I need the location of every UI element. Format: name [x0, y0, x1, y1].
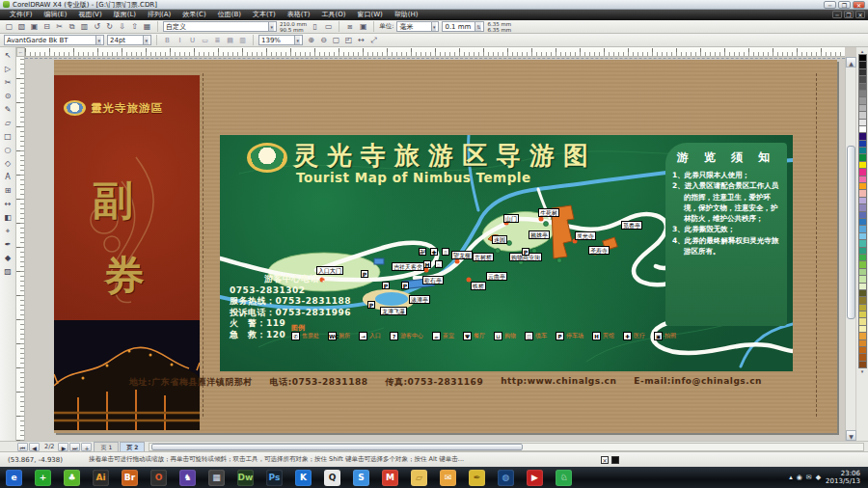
text-tool[interactable]: A: [2, 171, 14, 183]
freehand-tool[interactable]: ✎: [2, 103, 14, 116]
taskbar-app-sogou[interactable]: S: [353, 470, 369, 486]
paper-size-combo[interactable]: 自定义▾: [163, 21, 277, 32]
horizontal-scroll-thumb[interactable]: [151, 444, 523, 450]
ellipse-tool[interactable]: ○: [2, 144, 14, 156]
taskbar-app-qq[interactable]: Q: [324, 470, 340, 486]
eyedropper-tool[interactable]: ⌖: [2, 225, 14, 237]
doc-close-button[interactable]: ✕: [855, 11, 865, 18]
taskbar-app-m[interactable]: M: [382, 470, 398, 486]
taskbar-app-photoshop[interactable]: Ps: [266, 470, 283, 486]
taskbar-app-kugou[interactable]: K: [295, 470, 312, 486]
menu-item[interactable]: 表格(T): [282, 10, 316, 20]
zoom-page-button[interactable]: ◰: [343, 35, 354, 45]
copy-button[interactable]: ⧉: [67, 21, 77, 32]
page-dimensions[interactable]: 210.0 mm 90.5 mm: [280, 21, 307, 33]
palette-scroll-down-icon[interactable]: ▾: [858, 368, 867, 375]
horizontal-scrollbar[interactable]: [149, 443, 864, 451]
export-button[interactable]: ⇧: [129, 21, 140, 32]
font-name-combo[interactable]: AvantGarde Bk BT▾: [4, 35, 104, 45]
menu-item[interactable]: 位图(B): [212, 10, 247, 20]
taskbar-app-window[interactable]: ▦: [208, 470, 225, 486]
vertical-ruler[interactable]: [16, 57, 25, 441]
single-page-view-button[interactable]: ▤: [225, 35, 235, 45]
vertical-scrollbar[interactable]: ▲ ▼: [845, 57, 855, 441]
undo-button[interactable]: ↺: [92, 21, 102, 32]
page-tab[interactable]: 页 2: [120, 442, 145, 451]
facing-page-view-button[interactable]: ▥: [237, 35, 248, 45]
ticket-page[interactable]: 靈光寺旅游區 副 券: [54, 60, 837, 433]
fill-tool[interactable]: ◆: [2, 252, 14, 264]
zoom-out-button[interactable]: ⊖: [318, 35, 329, 45]
tray-icon[interactable]: ▴: [789, 474, 793, 481]
menu-item[interactable]: 文件(F): [4, 10, 39, 20]
dimension-tool[interactable]: ↔: [2, 198, 14, 210]
italic-button[interactable]: I: [175, 35, 185, 45]
zoom-height-button[interactable]: ⤢: [368, 35, 379, 45]
alignment-button[interactable]: ≣: [212, 35, 223, 45]
taskbar-app-feather[interactable]: ✒: [469, 470, 485, 486]
doc-minimize-button[interactable]: ─: [832, 11, 842, 18]
redo-button[interactable]: ↻: [104, 21, 115, 32]
pick-tool[interactable]: ↖: [2, 49, 14, 62]
taskbar-app-player[interactable]: ▶: [527, 470, 543, 486]
font-size-combo[interactable]: 24pt▾: [107, 35, 151, 45]
menu-item[interactable]: 文本(T): [247, 10, 282, 20]
menu-item[interactable]: 工具(O): [315, 10, 351, 20]
rectangle-tool[interactable]: □: [2, 130, 14, 143]
taskbar-app-globe[interactable]: ◍: [498, 470, 514, 486]
landscape-button[interactable]: ▭: [323, 21, 334, 32]
zoom-selected-button[interactable]: ▢: [331, 35, 341, 45]
menu-item[interactable]: 效果(C): [176, 10, 211, 20]
scroll-up-icon[interactable]: ▲: [846, 57, 856, 68]
menu-item[interactable]: 视图(V): [72, 10, 107, 20]
taskbar-app-coreldraw[interactable]: ♣: [64, 470, 80, 486]
page-tab[interactable]: 页 1: [94, 442, 119, 451]
zoom-in-button[interactable]: ⊕: [306, 35, 316, 45]
outline-pen-tool[interactable]: ✒: [2, 238, 14, 251]
paste-button[interactable]: ▥: [79, 21, 90, 32]
taskbar-app-illustrator[interactable]: Ai: [93, 470, 109, 486]
app-launcher-button[interactable]: ▦: [142, 21, 152, 32]
new-button[interactable]: ▢: [4, 21, 14, 32]
ruler-origin[interactable]: ⌐: [16, 47, 25, 57]
current-page-button[interactable]: ▣: [358, 21, 368, 32]
taskbar-app-game[interactable]: ♞: [179, 470, 196, 486]
minimize-button[interactable]: ─: [824, 1, 836, 9]
blend-tool[interactable]: ◧: [2, 211, 14, 224]
bold-button[interactable]: B: [162, 35, 173, 45]
zoom-tool[interactable]: ⊙: [2, 90, 14, 102]
taskbar-app-office[interactable]: O: [150, 470, 167, 486]
maximize-button[interactable]: ❐: [838, 1, 851, 9]
horizontal-ruler[interactable]: [25, 47, 845, 57]
scroll-down-icon[interactable]: ▼: [846, 430, 856, 441]
menu-item[interactable]: 排列(A): [142, 10, 176, 20]
units-combo[interactable]: 毫米▾: [396, 21, 439, 32]
tray-icon[interactable]: ◉: [797, 474, 802, 481]
taskbar-app-ie[interactable]: e: [6, 470, 22, 486]
text-frame-button[interactable]: ▭: [200, 35, 210, 45]
taskbar-app-dreamweaver[interactable]: Dw: [237, 470, 254, 486]
open-button[interactable]: ▧: [16, 21, 27, 32]
all-pages-button[interactable]: ⧈: [344, 21, 355, 32]
interactive-fill-tool[interactable]: ▨: [2, 265, 14, 278]
duplicate-distance[interactable]: 6.35 mm 6.35 mm: [487, 21, 511, 33]
vertical-scroll-thumb[interactable]: [847, 146, 855, 319]
print-button[interactable]: ⊟: [41, 21, 52, 32]
title-bar[interactable]: CorelDRAW X4 (专业版) - [G:\门票\门票.CDR] ─ ❐ …: [0, 0, 868, 10]
doc-restore-button[interactable]: ❐: [844, 11, 854, 18]
add-page-button[interactable]: +: [81, 443, 92, 451]
guideline[interactable]: [25, 58, 845, 59]
last-page-button[interactable]: ⏭: [69, 443, 80, 451]
menu-item[interactable]: 编辑(E): [39, 10, 73, 20]
taskbar-clock[interactable]: 23:06 2013/5/13: [826, 470, 862, 485]
taskbar-app-bridge[interactable]: Br: [122, 470, 138, 486]
next-page-button[interactable]: ▶: [58, 443, 68, 451]
first-page-button[interactable]: ⏮: [17, 443, 28, 451]
taskbar-app-mail[interactable]: ✉: [440, 470, 456, 486]
portrait-button[interactable]: ▯: [310, 21, 320, 32]
tray-icon[interactable]: ◆: [816, 474, 821, 481]
cut-button[interactable]: ✂: [54, 21, 65, 32]
smart-fill-tool[interactable]: ▱: [2, 117, 14, 129]
shape-tool[interactable]: ▷: [2, 63, 14, 75]
polygon-tool[interactable]: ◇: [2, 157, 14, 170]
